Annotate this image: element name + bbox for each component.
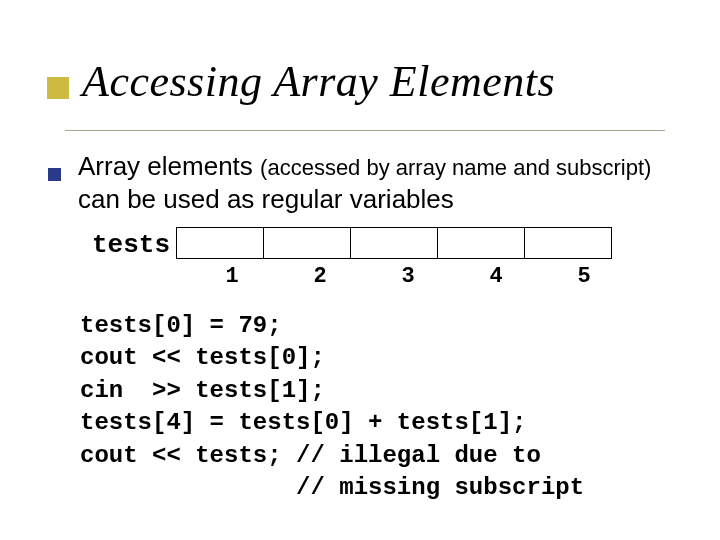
body-part1: Array elements bbox=[78, 151, 260, 181]
code-line: cout << tests[0]; bbox=[80, 344, 325, 371]
array-index: 3 bbox=[364, 264, 452, 289]
bullet-square bbox=[48, 168, 61, 181]
title-underline bbox=[65, 130, 665, 131]
code-line: cout << tests; // illegal due to bbox=[80, 442, 541, 469]
slide-title: Accessing Array Elements bbox=[82, 56, 555, 107]
code-line: cin >> tests[1]; bbox=[80, 377, 325, 404]
array-name-label: tests bbox=[92, 227, 170, 260]
body-part2: (accessed by array name and subscript) bbox=[260, 155, 651, 180]
array-index: 4 bbox=[452, 264, 540, 289]
title-accent-square bbox=[47, 77, 69, 99]
array-cell bbox=[350, 227, 438, 259]
body-paragraph: Array elements (accessed by array name a… bbox=[78, 150, 688, 215]
array-cell bbox=[524, 227, 612, 259]
array-index: 5 bbox=[540, 264, 628, 289]
code-line: tests[4] = tests[0] + tests[1]; bbox=[80, 409, 526, 436]
array-diagram: tests bbox=[92, 227, 612, 260]
code-block: tests[0] = 79; cout << tests[0]; cin >> … bbox=[80, 310, 584, 504]
body-part3: can be used as regular variables bbox=[78, 184, 454, 214]
code-line: // missing subscript bbox=[80, 474, 584, 501]
array-index: 1 bbox=[188, 264, 276, 289]
array-cell bbox=[437, 227, 525, 259]
array-cell bbox=[263, 227, 351, 259]
array-cells bbox=[176, 227, 612, 259]
array-indices-row: 1 2 3 4 5 bbox=[188, 264, 628, 289]
array-cell bbox=[176, 227, 264, 259]
array-index: 2 bbox=[276, 264, 364, 289]
code-line: tests[0] = 79; bbox=[80, 312, 282, 339]
